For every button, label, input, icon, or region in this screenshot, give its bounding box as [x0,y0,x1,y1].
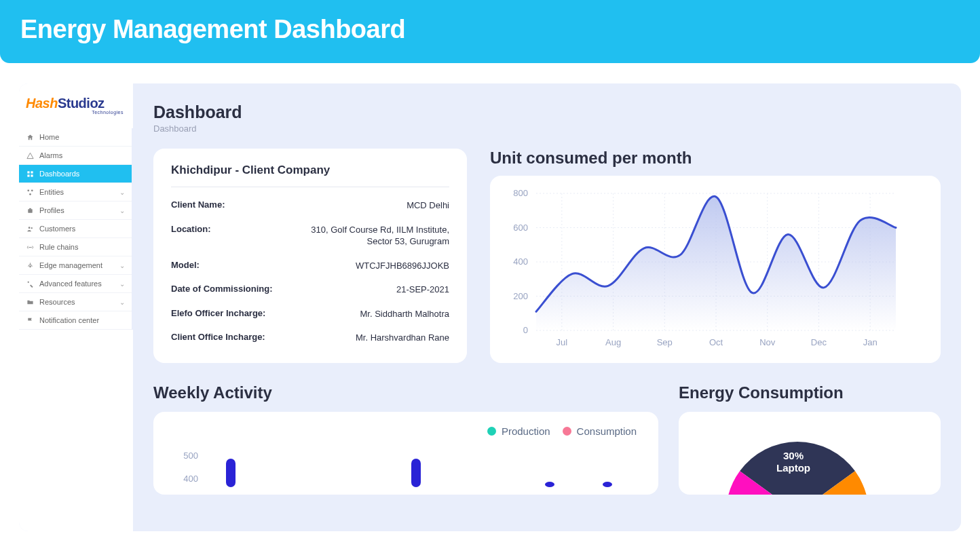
svg-text:500: 500 [183,451,198,461]
nav-label: Notification center [39,316,99,324]
svg-text:800: 800 [513,188,528,198]
alert-icon [26,151,34,159]
legend-consumption: Consumption [563,425,637,437]
legend-dot-consumption [563,427,571,436]
nav-entities[interactable]: Entities ⌄ [19,183,132,202]
svg-text:Jul: Jul [557,337,568,347]
breadcrumb: Dashboard [153,123,941,134]
nav-edge-management[interactable]: Edge management ⌄ [19,256,132,275]
edge-icon [26,261,34,269]
nav-alarms[interactable]: Alarms [19,147,132,165]
info-label: Date of Commissioning: [171,284,273,294]
weekly-activity-block: Weekly Activity Production Consumption 5… [153,383,658,495]
home-icon [26,133,34,141]
nav-label: Advanced features [39,280,102,288]
nav-label: Edge management [39,261,102,269]
chevron-down-icon: ⌄ [119,280,125,288]
info-value: WTCJFJHB6896JJOKB [356,260,449,272]
profiles-icon [26,206,34,214]
info-row-model: Model: WTCJFJHB6896JJOKB [171,260,449,272]
nav-advanced-features[interactable]: Advanced features ⌄ [19,275,132,293]
info-value: 310, Golf Course Rd, IILM Institute, Sec… [293,224,449,248]
info-label: Model: [171,260,200,270]
sidebar: HashStudioz Technologies Home Alarms [19,83,133,531]
info-value: 21-SEP-2021 [396,284,449,296]
dashboard-icon [26,170,34,178]
svg-rect-39 [411,459,421,487]
chevron-down-icon: ⌄ [119,189,125,196]
legend-label: Consumption [577,425,637,437]
svg-rect-40 [545,482,554,487]
svg-rect-7 [28,209,32,213]
info-row-doc: Date of Commissioning: 21-SEP-2021 [171,284,449,296]
svg-text:Nov: Nov [759,337,776,347]
nav-label: Dashboards [39,170,79,178]
nav-label: Rule chains [39,243,78,251]
svg-point-5 [31,189,33,191]
info-label: Location: [171,224,211,234]
weekly-activity-card: Production Consumption 500400 [153,412,658,495]
svg-rect-0 [27,171,29,173]
rule-chains-icon [26,243,34,251]
client-info-card: Khichdipur - Client Company Client Name:… [153,149,467,363]
page-header: Dashboard Dashboard [153,102,941,134]
svg-text:Jan: Jan [863,337,878,347]
svg-text:0: 0 [523,325,528,335]
legend-dot-production [487,427,496,436]
info-value: Mr. Siddharth Malhotra [360,308,449,320]
info-label: Elefo Officer Incharge: [171,308,265,318]
unit-chart-title: Unit consumed per month [490,149,941,168]
weekly-legend: Production Consumption [168,421,643,437]
weekly-activity-chart: 500400 [168,437,643,487]
entities-icon [26,188,34,196]
svg-text:400: 400 [183,474,198,484]
info-value: MCD Delhi [407,199,449,212]
svg-text:400: 400 [513,256,528,267]
folder-icon [26,298,34,306]
page-title: Dashboard [153,102,941,122]
info-label: Client Office Incharge: [171,332,265,342]
unit-consumed-block: Unit consumed per month 0200400600800Jul… [490,149,941,363]
nav-label: Home [39,133,59,141]
chevron-down-icon: ⌄ [119,207,125,214]
nav-customers[interactable]: Customers [19,220,132,238]
nav-dashboards[interactable]: Dashboards [19,165,132,183]
energy-consumption-title: Energy Consumption [679,383,941,402]
brand-logo: HashStudioz Technologies [19,83,133,123]
info-row-client-off: Client Office Incharge: Mr. Harshvardhan… [171,332,449,344]
nav-label: Entities [39,188,64,196]
svg-rect-41 [603,482,612,487]
svg-rect-38 [226,459,235,487]
svg-point-4 [27,189,29,191]
svg-text:Laptop: Laptop [776,462,810,474]
svg-text:Oct: Oct [709,337,723,347]
svg-rect-2 [27,174,29,176]
nav-rule-chains[interactable]: Rule chains [19,238,132,256]
unit-chart-card: 0200400600800JulAugSepOctNovDecJan [490,176,941,363]
app-header: Energy Management Dashboard [0,0,980,63]
info-label: Client Name: [171,199,225,210]
info-row-elefo: Elefo Officer Incharge: Mr. Siddharth Ma… [171,308,449,320]
energy-consumption-block: Energy Consumption 30%Laptop [679,383,941,495]
nav-profiles[interactable]: Profiles ⌄ [19,202,132,220]
svg-text:30%: 30% [783,450,804,461]
info-row-location: Location: 310, Golf Course Rd, IILM Inst… [171,224,449,248]
nav-label: Resources [39,298,75,306]
chevron-down-icon: ⌄ [119,262,125,269]
svg-text:Sep: Sep [657,337,673,347]
energy-consumption-chart: 30%Laptop [685,421,909,495]
nav-label: Customers [39,225,75,233]
logo-part2: Studioz [58,96,105,111]
svg-text:200: 200 [513,291,528,301]
nav-notification-center[interactable]: Notification center [19,311,132,330]
sidebar-nav: Home Alarms Dashboards Entities ⌄ [19,128,133,330]
nav-resources[interactable]: Resources ⌄ [19,293,132,311]
energy-consumption-card: 30%Laptop [679,412,941,495]
info-card-title: Khichdipur - Client Company [171,164,449,187]
nav-home[interactable]: Home [19,128,132,147]
svg-point-6 [29,193,31,195]
svg-text:600: 600 [513,223,528,233]
svg-rect-8 [29,208,31,209]
customers-icon [26,225,34,233]
svg-point-10 [31,227,32,228]
